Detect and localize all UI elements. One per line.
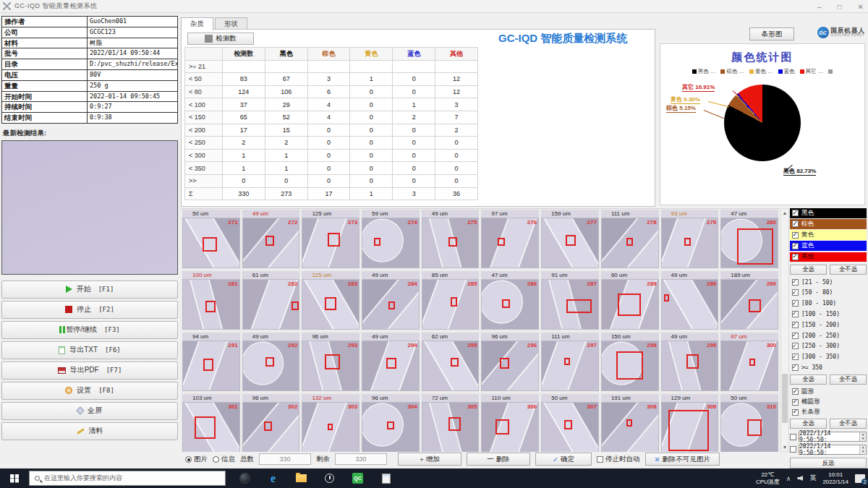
action-button-停止[interactable]: 停止[F2]	[1, 301, 178, 319]
datetime-field[interactable]: 2022/1/14 9:50:50:▲▼	[799, 432, 867, 442]
checkbox-icon[interactable]	[792, 311, 799, 317]
checkbox-icon[interactable]	[792, 232, 799, 239]
defect-thumbnail-271[interactable]: 50 um271	[182, 210, 240, 268]
defect-image[interactable]: 281	[182, 279, 240, 330]
close-button[interactable]: ✕	[858, 3, 864, 11]
checkbox-icon[interactable]	[792, 364, 799, 371]
checkbox-icon[interactable]	[792, 210, 799, 216]
defect-thumbnail-279[interactable]: 93 um279	[661, 210, 719, 268]
defect-thumbnail-303[interactable]: 132 um303	[302, 394, 359, 452]
defect-thumbnail-287[interactable]: 91 um287	[541, 271, 599, 330]
taskbar-icon-edge[interactable]: e	[267, 472, 279, 484]
detect-count-button[interactable]: 检测数	[187, 33, 254, 45]
defect-image[interactable]: 304	[362, 402, 420, 452]
range-filter[interactable]: [250 - 300)	[790, 341, 867, 351]
defect-image[interactable]: 292	[242, 341, 300, 391]
shape-filter-椭圆形[interactable]: 椭圆形	[790, 397, 867, 407]
defect-thumbnail-305[interactable]: 72 um305	[422, 394, 480, 452]
defect-thumbnail-285[interactable]: 85 um285	[422, 271, 480, 330]
defect-thumbnail-275[interactable]: 49 um275	[422, 210, 480, 268]
checkbox-icon[interactable]	[792, 254, 799, 260]
select-none-button[interactable]: 全不选	[830, 265, 867, 275]
defect-image[interactable]: 293	[302, 341, 359, 391]
scroll-down-icon[interactable]: ▼	[781, 443, 788, 451]
action-button-开始[interactable]: 开始[F1]	[1, 281, 178, 299]
action-button-设置[interactable]: 设置[F8]	[1, 382, 178, 400]
range-filter[interactable]: >= 350	[790, 362, 867, 373]
cpu-temp-indicator[interactable]: 22℃ CPU温度	[756, 471, 780, 484]
tab-形状[interactable]: 形状	[215, 17, 247, 30]
spin-down-icon[interactable]: ▼	[860, 450, 866, 454]
action-button-清料[interactable]: 清料	[1, 422, 178, 440]
range-filter[interactable]: [200 - 250)	[790, 330, 867, 341]
select-all-button[interactable]: 全选	[790, 374, 827, 385]
defect-image[interactable]: 289	[661, 279, 719, 330]
defect-thumbnail-286[interactable]: 47 um286	[481, 271, 539, 330]
shape-filter-圆形[interactable]: 圆形	[790, 387, 867, 397]
checkbox-icon[interactable]	[792, 279, 799, 286]
spin-down-icon[interactable]: ▼	[860, 437, 866, 441]
defect-image[interactable]: 284	[362, 279, 420, 330]
defect-thumbnail-278[interactable]: 111 um278	[601, 210, 659, 268]
defect-thumbnail-301[interactable]: 103 um301	[182, 394, 240, 452]
action-button-导出TXT[interactable]: 导出TXT[F6]	[1, 341, 178, 359]
radio-info[interactable]: 信息	[213, 455, 235, 464]
checkbox-icon[interactable]	[792, 289, 799, 296]
defect-image[interactable]: 286	[481, 279, 539, 330]
defect-image[interactable]: 275	[422, 218, 480, 268]
auto-on-stop-checkbox-icon[interactable]	[597, 456, 603, 463]
defect-thumbnail-307[interactable]: 50 um307	[541, 394, 599, 452]
taskbar-icon-qc[interactable]: QC	[352, 472, 364, 484]
maximize-button[interactable]: □	[838, 3, 842, 11]
defect-image[interactable]: 303	[302, 402, 359, 452]
defect-image[interactable]: 298	[601, 341, 659, 391]
confirm-button[interactable]: ✓ 确定	[535, 453, 592, 466]
defect-image[interactable]: 301	[182, 402, 240, 452]
checkbox-icon[interactable]	[792, 322, 799, 328]
scrollbar-thumb[interactable]	[782, 374, 788, 423]
radio-info-icon[interactable]	[213, 456, 219, 463]
defect-image[interactable]: 297	[541, 341, 599, 391]
defect-image[interactable]: 288	[601, 279, 659, 330]
defect-image[interactable]: 273	[302, 218, 359, 268]
defect-thumbnail-284[interactable]: 49 um284	[362, 271, 420, 330]
defect-image[interactable]: 276	[481, 218, 539, 268]
defect-thumbnail-296[interactable]: 96 um296	[481, 333, 539, 391]
defect-image[interactable]: 296	[481, 341, 539, 391]
defect-thumbnail-297[interactable]: 111 um297	[541, 333, 599, 391]
action-button-全屏[interactable]: 全屏	[1, 402, 178, 420]
select-all-button[interactable]: 全选	[790, 265, 827, 275]
defect-thumbnail-291[interactable]: 94 um291	[182, 333, 240, 391]
taskbar-search-input[interactable]: 在这里输入你要搜索的内容	[29, 471, 226, 486]
taskbar-icon-explorer[interactable]	[295, 472, 307, 484]
checkbox-icon[interactable]	[792, 343, 799, 349]
defect-image[interactable]: 291	[182, 341, 240, 391]
defect-thumbnail-289[interactable]: 49 um289	[661, 271, 719, 330]
taskbar-icon-notepad[interactable]	[380, 472, 392, 484]
defect-image[interactable]: 277	[541, 218, 599, 268]
taskbar-icon-clock[interactable]	[323, 472, 336, 484]
invert-selection-button[interactable]: 反选	[790, 458, 867, 468]
radio-image-icon[interactable]	[185, 456, 192, 463]
defect-image[interactable]: 274	[362, 218, 420, 268]
defect-image[interactable]: 300	[720, 341, 778, 391]
defect-image[interactable]: 306	[481, 402, 539, 452]
checkbox-icon[interactable]	[792, 243, 799, 249]
defect-thumbnail-283[interactable]: 125 um283	[302, 271, 359, 330]
taskbar-icon-cortana[interactable]	[239, 472, 251, 484]
taskbar-clock[interactable]: 10:01 2022/1/14	[822, 471, 848, 485]
defect-thumbnail-306[interactable]: 110 um306	[481, 394, 539, 452]
tab-杂质[interactable]: 杂质	[181, 17, 213, 30]
select-none-button[interactable]: 全不选	[830, 419, 867, 429]
action-button-暂停/继续[interactable]: 暂停/继续[F3]	[1, 321, 178, 339]
defect-thumbnail-273[interactable]: 125 um273	[302, 210, 359, 268]
checkbox-icon[interactable]	[792, 388, 799, 395]
defect-image[interactable]: 309	[661, 402, 719, 452]
defect-image[interactable]: 282	[242, 279, 300, 330]
defect-thumbnail-309[interactable]: 129 um309	[661, 394, 719, 452]
defect-image[interactable]: 272	[242, 218, 300, 268]
range-filter[interactable]: [50 - 80)	[790, 288, 867, 299]
range-filter[interactable]: [21 - 50)	[790, 277, 867, 288]
defect-thumbnail-276[interactable]: 97 um276	[481, 210, 539, 268]
defect-thumbnail-272[interactable]: 49 um272	[242, 210, 300, 268]
